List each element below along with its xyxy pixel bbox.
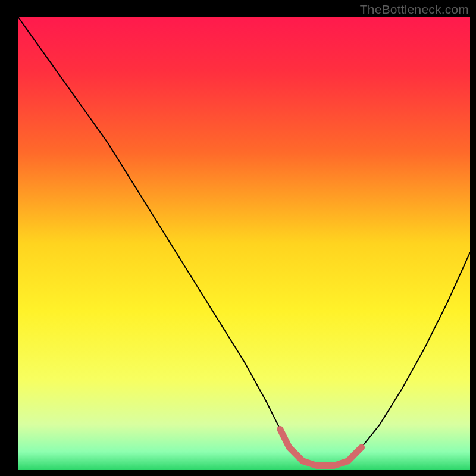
chart-container: TheBottleneck.com	[0, 0, 476, 476]
gradient-background	[18, 17, 470, 470]
watermark-text: TheBottleneck.com	[360, 2, 469, 17]
chart-svg	[0, 0, 476, 476]
